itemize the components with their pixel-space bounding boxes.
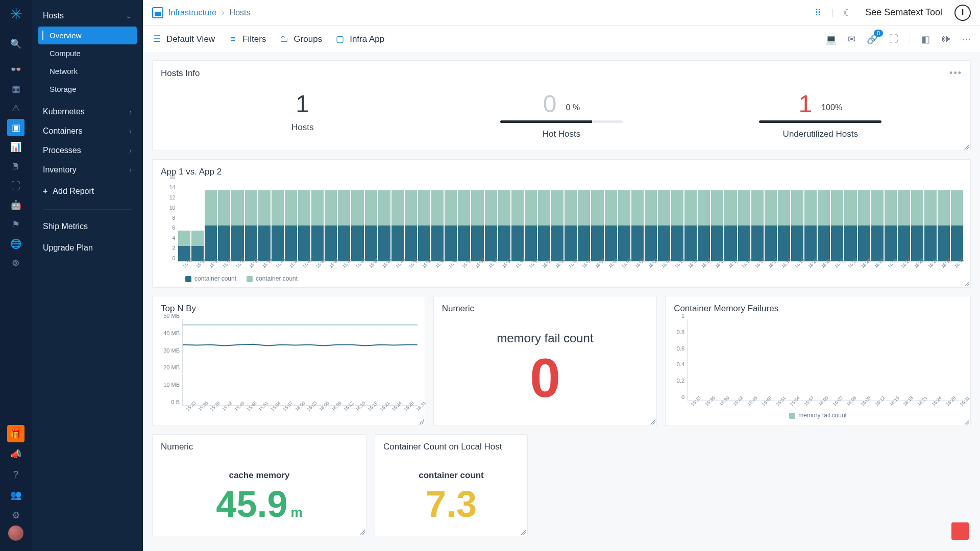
chart-xaxis: 15:3315:3415:3515:3615:3715:3815:3915:40… (178, 262, 963, 272)
panel-title: Numeric (442, 304, 474, 314)
metric-label: Hot Hosts (500, 129, 623, 139)
flag-icon[interactable]: ⚑ (7, 216, 24, 233)
gift-icon[interactable]: 🎁 (7, 425, 24, 442)
divider (43, 209, 132, 210)
metric-value: 1 (296, 92, 309, 116)
panel-title: Container Count on Local Host (383, 442, 502, 452)
chart-xaxis: 15:3315:3615:3915:4215:4515:4815:5115:54… (182, 406, 425, 415)
nav-section-containers[interactable]: Containers › (32, 121, 143, 141)
focus-icon[interactable]: ⛶ (7, 177, 24, 194)
nav-section-label: Containers (43, 127, 82, 136)
nav-sub-storage[interactable]: Storage (38, 80, 137, 98)
filters-label: Filters (242, 34, 266, 44)
avatar[interactable] (8, 525, 23, 541)
nav-section-kubernetes[interactable]: Kubernetes › (32, 102, 143, 121)
panel-title: Hosts Info (161, 68, 200, 79)
panel-top-n: Top N By 0 B10 MB20 MB30 MB40 MB50 MB 15… (152, 296, 425, 426)
chevron-right-icon: › (129, 127, 132, 135)
globe-icon[interactable]: 🌐 (7, 235, 24, 253)
upgrade-plan-link[interactable]: Upgrade Plan (32, 237, 143, 259)
numeric-subtitle: container count (375, 470, 527, 481)
sound-icon[interactable]: 🕪 (941, 34, 950, 44)
panel-container-count-local: Container Count on Local Host container … (375, 434, 528, 536)
apps-grid-icon[interactable]: ▦ (7, 80, 24, 97)
resize-handle[interactable] (419, 419, 424, 424)
groups-button[interactable]: 🗀 Groups (279, 34, 322, 44)
panel-title: Numeric (161, 442, 193, 452)
filters-button[interactable]: ≡ Filters (228, 34, 266, 44)
help-icon[interactable]: ? (7, 466, 24, 483)
line-chart: 0 B10 MB20 MB30 MB40 MB50 MB (182, 319, 418, 406)
bar-chart-icon[interactable]: 📊 (7, 138, 24, 156)
robot-icon[interactable]: 🤖 (7, 196, 24, 214)
see-tool-label[interactable]: See Sematext Tool (861, 5, 946, 20)
nav-section-processes[interactable]: Processes › (32, 141, 143, 160)
metric-pct: 0 % (566, 103, 580, 116)
nav-sub-overview[interactable]: Overview (38, 27, 137, 44)
divider (910, 33, 910, 45)
laptop-icon[interactable]: 💻 (825, 34, 837, 45)
grid-view-icon[interactable]: ⠿ (812, 7, 823, 18)
resize-handle[interactable] (964, 144, 969, 149)
infrastructure-icon[interactable]: ▣ (7, 119, 24, 136)
fullscreen-icon[interactable]: ⛶ (889, 34, 898, 44)
link-icon[interactable]: 🔗0 (867, 34, 878, 45)
add-report-button[interactable]: +Add Report (32, 180, 143, 203)
nav-section-label: Kubernetes (43, 107, 85, 116)
legend-label: container count (194, 275, 236, 282)
document-icon[interactable]: 🗎 (7, 158, 24, 175)
metric-pct: 100% (821, 103, 842, 116)
nav-sub-compute[interactable]: Compute (38, 44, 137, 62)
binoculars-icon[interactable]: 👓 (7, 61, 24, 78)
chart-legend: container count container count (160, 272, 963, 287)
infra-app-button[interactable]: ▢ Infra App (335, 34, 384, 44)
alert-icon[interactable]: ⚠ (7, 99, 24, 117)
metric-hosts: 1 Hosts (241, 92, 364, 139)
chevron-right-icon: › (129, 146, 132, 155)
panel-left-icon[interactable]: ◧ (921, 34, 930, 45)
add-report-label: Add Report (53, 187, 94, 195)
default-view-label: Default View (166, 34, 215, 44)
ship-metrics-link[interactable]: Ship Metrics (32, 216, 143, 237)
resize-handle[interactable] (650, 419, 655, 424)
moon-icon[interactable]: ☾ (842, 7, 853, 18)
panel-menu-icon[interactable]: ••• (949, 68, 962, 79)
gear-icon[interactable]: ⚙ (7, 507, 24, 524)
nav-sub-network[interactable]: Network (38, 62, 137, 80)
numeric-value: 45.9m (153, 486, 366, 522)
side-nav: Hosts ⌄ Overview Compute Network Storage… (32, 0, 143, 551)
default-view-button[interactable]: ☰ Default View (152, 34, 215, 44)
more-icon[interactable]: ⋯ (962, 34, 971, 45)
legend-label: container count (256, 275, 298, 282)
box-icon: ▢ (335, 35, 345, 44)
toolbar: ☰ Default View ≡ Filters 🗀 Groups ▢ Infr… (143, 26, 980, 53)
megaphone-icon[interactable]: 📣 (7, 445, 24, 463)
breadcrumb-root[interactable]: Infrastructure (168, 8, 216, 17)
resize-handle[interactable] (360, 530, 365, 535)
nav-section-hosts[interactable]: Hosts ⌄ (32, 6, 143, 26)
cluster-icon[interactable]: ☸ (7, 255, 24, 272)
panel-memory-fail-count: Numeric memory fail count 0 (433, 296, 657, 426)
logo-icon[interactable]: ✳ (10, 5, 22, 23)
nav-section-label: Inventory (43, 165, 77, 174)
mail-icon[interactable]: ✉ (848, 34, 855, 45)
nav-section-inventory[interactable]: Inventory › (32, 160, 143, 180)
resize-handle[interactable] (964, 281, 969, 286)
legend-swatch (185, 276, 191, 282)
resize-handle[interactable] (521, 530, 526, 535)
infra-app-label: Infra App (350, 34, 384, 44)
numeric-subtitle: memory fail count (434, 331, 656, 345)
info-icon[interactable]: i (954, 5, 971, 21)
chevron-right-icon: › (129, 166, 132, 174)
metric-label: Underutilized Hosts (759, 129, 881, 139)
metric-hot-hosts: 0 0 % Hot Hosts (500, 92, 623, 139)
search-icon[interactable]: 🔍 (7, 35, 24, 53)
numeric-value: 7.3 (375, 486, 527, 522)
metric-value: 1 (799, 92, 813, 116)
metric-value: 0 (543, 92, 557, 116)
corner-badge[interactable] (951, 522, 969, 540)
resize-handle[interactable] (964, 419, 969, 424)
team-icon[interactable]: 👥 (7, 486, 24, 504)
line-chart: 00.20.40.60.81 (687, 319, 963, 400)
folder-icon: 🗀 (279, 35, 288, 44)
